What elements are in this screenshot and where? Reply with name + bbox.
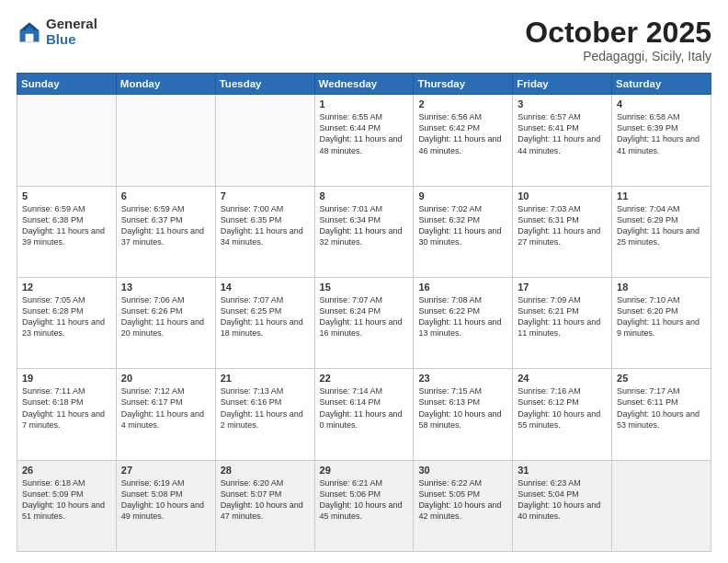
day-info: Sunrise: 6:59 AM Sunset: 6:38 PM Dayligh… [22, 203, 111, 248]
day-number: 28 [221, 465, 310, 476]
day-info: Sunrise: 7:05 AM Sunset: 6:28 PM Dayligh… [22, 294, 111, 339]
day-info: Sunrise: 6:55 AM Sunset: 6:44 PM Dayligh… [320, 111, 409, 156]
calendar-cell: 27Sunrise: 6:19 AM Sunset: 5:08 PM Dayli… [116, 460, 215, 551]
calendar-cell: 12Sunrise: 7:05 AM Sunset: 6:28 PM Dayli… [17, 277, 117, 368]
day-info: Sunrise: 7:00 AM Sunset: 6:35 PM Dayligh… [221, 203, 310, 248]
calendar-cell [215, 95, 314, 186]
header-wednesday: Wednesday [314, 74, 414, 95]
day-info: Sunrise: 7:07 AM Sunset: 6:25 PM Dayligh… [221, 294, 310, 339]
header-thursday: Thursday [414, 74, 513, 95]
day-number: 11 [617, 190, 706, 201]
day-info: Sunrise: 6:18 AM Sunset: 5:09 PM Dayligh… [22, 477, 111, 523]
header-friday: Friday [513, 74, 612, 95]
calendar-cell: 19Sunrise: 7:11 AM Sunset: 6:18 PM Dayli… [17, 369, 117, 460]
calendar-cell: 24Sunrise: 7:16 AM Sunset: 6:12 PM Dayli… [513, 369, 612, 460]
calendar-cell: 29Sunrise: 6:21 AM Sunset: 5:06 PM Dayli… [314, 460, 414, 551]
calendar-cell: 28Sunrise: 6:20 AM Sunset: 5:07 PM Dayli… [215, 460, 314, 551]
logo-icon [17, 19, 42, 45]
day-number: 2 [418, 98, 507, 109]
day-info: Sunrise: 7:15 AM Sunset: 6:13 PM Dayligh… [418, 385, 507, 431]
calendar-cell [612, 460, 711, 551]
day-number: 13 [121, 282, 210, 293]
day-info: Sunrise: 6:59 AM Sunset: 6:37 PM Dayligh… [121, 203, 210, 248]
day-number: 10 [518, 190, 607, 201]
calendar-cell: 2Sunrise: 6:56 AM Sunset: 6:42 PM Daylig… [414, 95, 513, 186]
day-info: Sunrise: 7:14 AM Sunset: 6:14 PM Dayligh… [320, 385, 409, 431]
day-number: 19 [22, 373, 111, 384]
day-number: 17 [518, 282, 607, 293]
calendar-cell: 8Sunrise: 7:01 AM Sunset: 6:34 PM Daylig… [314, 186, 414, 277]
day-number: 20 [121, 373, 210, 384]
header-sunday: Sunday [17, 74, 117, 95]
day-info: Sunrise: 6:20 AM Sunset: 5:07 PM Dayligh… [221, 477, 310, 523]
day-number: 9 [418, 190, 507, 201]
header-saturday: Saturday [612, 74, 711, 95]
day-number: 12 [22, 282, 111, 293]
calendar-week-row: 1Sunrise: 6:55 AM Sunset: 6:44 PM Daylig… [17, 95, 711, 186]
day-number: 25 [617, 373, 706, 384]
day-info: Sunrise: 7:12 AM Sunset: 6:17 PM Dayligh… [121, 385, 210, 431]
day-number: 30 [418, 465, 507, 476]
day-info: Sunrise: 7:06 AM Sunset: 6:26 PM Dayligh… [121, 294, 210, 339]
day-number: 15 [320, 282, 409, 293]
calendar-cell: 18Sunrise: 7:10 AM Sunset: 6:20 PM Dayli… [612, 277, 711, 368]
day-info: Sunrise: 7:13 AM Sunset: 6:16 PM Dayligh… [221, 385, 310, 431]
logo-general-text: General [46, 16, 97, 31]
day-info: Sunrise: 6:23 AM Sunset: 5:04 PM Dayligh… [518, 477, 607, 523]
day-number: 6 [121, 190, 210, 201]
calendar-cell: 26Sunrise: 6:18 AM Sunset: 5:09 PM Dayli… [17, 460, 117, 551]
day-info: Sunrise: 6:19 AM Sunset: 5:08 PM Dayligh… [121, 477, 210, 523]
day-info: Sunrise: 6:22 AM Sunset: 5:05 PM Dayligh… [418, 477, 507, 523]
calendar-cell: 21Sunrise: 7:13 AM Sunset: 6:16 PM Dayli… [215, 369, 314, 460]
day-number: 7 [221, 190, 310, 201]
calendar: Sunday Monday Tuesday Wednesday Thursday… [17, 73, 711, 552]
day-info: Sunrise: 7:16 AM Sunset: 6:12 PM Dayligh… [518, 385, 607, 431]
day-info: Sunrise: 6:58 AM Sunset: 6:39 PM Dayligh… [617, 111, 706, 156]
day-number: 26 [22, 465, 111, 476]
day-number: 8 [320, 190, 409, 201]
day-info: Sunrise: 7:17 AM Sunset: 6:11 PM Dayligh… [617, 385, 706, 431]
calendar-cell: 1Sunrise: 6:55 AM Sunset: 6:44 PM Daylig… [314, 95, 414, 186]
calendar-cell: 16Sunrise: 7:08 AM Sunset: 6:22 PM Dayli… [414, 277, 513, 368]
location: Pedagaggi, Sicily, Italy [525, 49, 711, 63]
page: General Blue October 2025 Pedagaggi, Sic… [0, 0, 728, 563]
day-number: 31 [518, 465, 607, 476]
day-info: Sunrise: 7:04 AM Sunset: 6:29 PM Dayligh… [617, 203, 706, 248]
day-info: Sunrise: 6:21 AM Sunset: 5:06 PM Dayligh… [320, 477, 409, 523]
calendar-cell: 14Sunrise: 7:07 AM Sunset: 6:25 PM Dayli… [215, 277, 314, 368]
calendar-cell: 17Sunrise: 7:09 AM Sunset: 6:21 PM Dayli… [513, 277, 612, 368]
day-number: 18 [617, 282, 706, 293]
day-info: Sunrise: 7:08 AM Sunset: 6:22 PM Dayligh… [418, 294, 507, 339]
calendar-cell: 3Sunrise: 6:57 AM Sunset: 6:41 PM Daylig… [513, 95, 612, 186]
day-number: 29 [320, 465, 409, 476]
calendar-cell: 15Sunrise: 7:07 AM Sunset: 6:24 PM Dayli… [314, 277, 414, 368]
day-number: 1 [320, 98, 409, 109]
calendar-cell: 25Sunrise: 7:17 AM Sunset: 6:11 PM Dayli… [612, 369, 711, 460]
header: General Blue October 2025 Pedagaggi, Sic… [17, 17, 711, 63]
logo-text: General Blue [46, 17, 97, 47]
calendar-week-row: 19Sunrise: 7:11 AM Sunset: 6:18 PM Dayli… [17, 369, 711, 460]
calendar-week-row: 5Sunrise: 6:59 AM Sunset: 6:38 PM Daylig… [17, 186, 711, 277]
calendar-cell: 22Sunrise: 7:14 AM Sunset: 6:14 PM Dayli… [314, 369, 414, 460]
calendar-cell: 23Sunrise: 7:15 AM Sunset: 6:13 PM Dayli… [414, 369, 513, 460]
header-tuesday: Tuesday [215, 74, 314, 95]
calendar-cell: 9Sunrise: 7:02 AM Sunset: 6:32 PM Daylig… [414, 186, 513, 277]
day-info: Sunrise: 7:09 AM Sunset: 6:21 PM Dayligh… [518, 294, 607, 339]
day-info: Sunrise: 7:07 AM Sunset: 6:24 PM Dayligh… [320, 294, 409, 339]
calendar-cell [116, 95, 215, 186]
logo: General Blue [17, 17, 97, 47]
month-title: October 2025 [525, 17, 711, 49]
weekday-header-row: Sunday Monday Tuesday Wednesday Thursday… [17, 74, 711, 95]
calendar-week-row: 26Sunrise: 6:18 AM Sunset: 5:09 PM Dayli… [17, 460, 711, 551]
day-number: 14 [221, 282, 310, 293]
calendar-cell: 10Sunrise: 7:03 AM Sunset: 6:31 PM Dayli… [513, 186, 612, 277]
day-number: 22 [320, 373, 409, 384]
day-info: Sunrise: 7:11 AM Sunset: 6:18 PM Dayligh… [22, 385, 111, 431]
calendar-cell: 6Sunrise: 6:59 AM Sunset: 6:37 PM Daylig… [116, 186, 215, 277]
day-number: 27 [121, 465, 210, 476]
title-area: October 2025 Pedagaggi, Sicily, Italy [525, 17, 711, 63]
calendar-cell: 20Sunrise: 7:12 AM Sunset: 6:17 PM Dayli… [116, 369, 215, 460]
svg-rect-2 [26, 33, 34, 41]
logo-blue-text: Blue [46, 31, 76, 47]
calendar-cell [17, 95, 117, 186]
